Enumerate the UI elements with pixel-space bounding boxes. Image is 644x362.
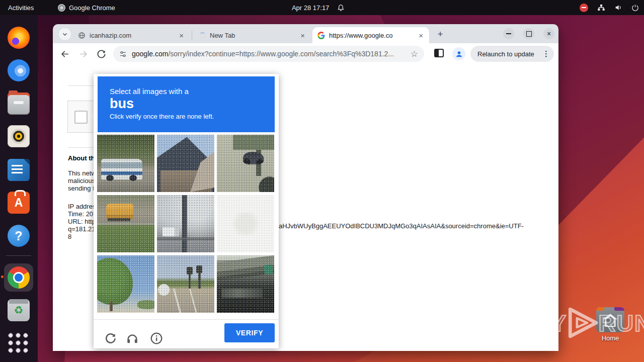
power-icon <box>631 4 639 12</box>
tab-search-button[interactable] <box>59 28 71 40</box>
files-icon <box>8 93 30 115</box>
maximize-button[interactable] <box>523 28 534 39</box>
libreoffice-writer-icon <box>8 159 30 181</box>
tile-art <box>189 272 191 289</box>
captcha-tile-4[interactable] <box>97 195 154 252</box>
page-text-line: IP addres <box>68 203 96 210</box>
page-text-line: sending t <box>68 185 95 192</box>
tile-art <box>129 175 137 182</box>
system-tray[interactable] <box>580 0 639 15</box>
desktop: Activities Google Chrome Apr 28 17:17 <box>0 0 644 362</box>
relaunch-to-update-button[interactable]: Relaunch to update ⋮ <box>470 46 554 62</box>
captcha-reload-icon[interactable] <box>104 332 117 345</box>
home-folder-icon <box>596 307 624 332</box>
tile-art <box>217 255 274 281</box>
dock-item-trash[interactable]: ♻ <box>8 299 30 321</box>
volume-icon <box>614 4 622 12</box>
dock-item-help[interactable]: ? <box>8 225 30 247</box>
page-divider <box>68 147 94 148</box>
tile-art <box>108 218 131 222</box>
captcha-info-icon[interactable] <box>150 332 163 345</box>
captcha-tile-9[interactable] <box>217 255 274 313</box>
new-tab-button[interactable]: + <box>434 28 446 40</box>
dock-item-files[interactable] <box>8 93 30 115</box>
captcha-tile-5[interactable] <box>157 195 214 252</box>
tab-close-icon[interactable]: × <box>299 32 306 39</box>
tile-art <box>106 204 133 219</box>
captcha-tile-2[interactable] <box>157 135 214 192</box>
captcha-tile-6[interactable] <box>217 195 274 252</box>
menu-kebab-icon[interactable]: ⋮ <box>542 49 550 58</box>
focused-app-menu[interactable]: Google Chrome <box>58 0 115 15</box>
profile-avatar[interactable] <box>452 47 465 60</box>
dock: A ? ♻ <box>0 15 38 362</box>
home-icon-label: Home <box>596 334 625 342</box>
address-bar[interactable]: google.com/sorry/index?continue=https://… <box>113 46 424 62</box>
tile-art <box>182 195 187 252</box>
page-divider <box>68 85 94 86</box>
tile-art <box>256 135 261 176</box>
captcha-tile-8[interactable] <box>157 255 214 313</box>
tile-art <box>221 289 263 298</box>
dock-separator <box>6 255 31 256</box>
dock-item-app-grid[interactable] <box>8 332 30 354</box>
verify-button[interactable]: VERIFY <box>224 323 275 342</box>
back-button[interactable] <box>59 48 71 60</box>
captcha-tile-1[interactable] <box>97 135 154 192</box>
running-indicator <box>1 276 4 278</box>
recaptcha-checkbox[interactable] <box>74 111 88 124</box>
page-text-line: malicious <box>68 177 95 185</box>
firefox-icon <box>8 27 30 49</box>
tab-google-active[interactable]: https://www.google.co × <box>312 27 429 43</box>
dock-item-writer[interactable] <box>8 159 30 181</box>
captcha-instruction: Select all images with a <box>110 87 275 96</box>
wrapped-url-fragment: aHJvbWUyBggAEEUYOdIBCDU3MDJqMGo3qAIAsAIA… <box>279 222 524 230</box>
chrome-icon <box>8 266 30 289</box>
captcha-tile-3[interactable] <box>217 135 274 192</box>
captcha-tile-7[interactable] <box>97 255 154 313</box>
side-panel-icon[interactable] <box>434 49 444 57</box>
tile-art <box>97 258 133 305</box>
page-text-line: q=181.21 <box>68 225 96 233</box>
dock-item-software[interactable]: A <box>8 192 30 214</box>
tab-close-icon[interactable]: × <box>418 32 424 39</box>
chrome-window: icanhazip.com × New Tab × https://www.go… <box>53 24 558 351</box>
captcha-subtext: Click verify once there are none left. <box>110 113 275 120</box>
tab-title: New Tab <box>210 32 295 39</box>
tab-icanhazip[interactable]: icanhazip.com × <box>73 27 190 43</box>
tile-art <box>137 300 154 309</box>
rhythmbox-icon <box>8 125 30 147</box>
minimize-button[interactable] <box>503 28 514 39</box>
tile-art <box>243 152 264 164</box>
url-text[interactable]: google.com/sorry/index?continue=https://… <box>132 50 406 58</box>
browser-toolbar: google.com/sorry/index?continue=https://… <box>53 43 558 64</box>
loading-spinner-icon <box>199 32 206 39</box>
dock-item-rhythmbox[interactable] <box>8 125 30 147</box>
captcha-audio-icon[interactable] <box>126 332 139 345</box>
tab-new-tab[interactable]: New Tab × <box>194 27 311 43</box>
tile-art <box>101 159 142 179</box>
tab-title: https://www.google.co <box>329 32 414 39</box>
ubuntu-software-icon: A <box>8 192 30 214</box>
window-close-button[interactable]: × <box>543 28 554 39</box>
reload-button[interactable] <box>95 48 107 60</box>
dock-item-firefox[interactable] <box>8 27 30 49</box>
tab-close-icon[interactable]: × <box>178 32 185 39</box>
trash-icon: ♻ <box>8 299 30 321</box>
captcha-instructions-header: Select all images with a bus Click verif… <box>98 76 275 132</box>
google-g-icon <box>317 32 325 39</box>
activities-button[interactable]: Activities <box>8 0 34 15</box>
clock-menu[interactable]: Apr 28 17:17 <box>292 0 345 15</box>
captcha-footer: VERIFY <box>94 319 279 348</box>
chrome-icon <box>58 4 65 12</box>
house-glyph <box>603 314 617 327</box>
site-settings-icon[interactable] <box>119 50 127 58</box>
dock-item-chrome-active[interactable] <box>4 263 33 292</box>
tile-art <box>157 135 214 192</box>
forward-button[interactable] <box>77 48 89 60</box>
bookmark-star-icon[interactable]: ☆ <box>411 49 418 59</box>
desktop-home-icon[interactable]: Home <box>596 307 625 343</box>
tab-separator <box>192 31 192 40</box>
tile-art <box>233 135 274 150</box>
dock-item-thunderbird[interactable] <box>8 59 30 81</box>
